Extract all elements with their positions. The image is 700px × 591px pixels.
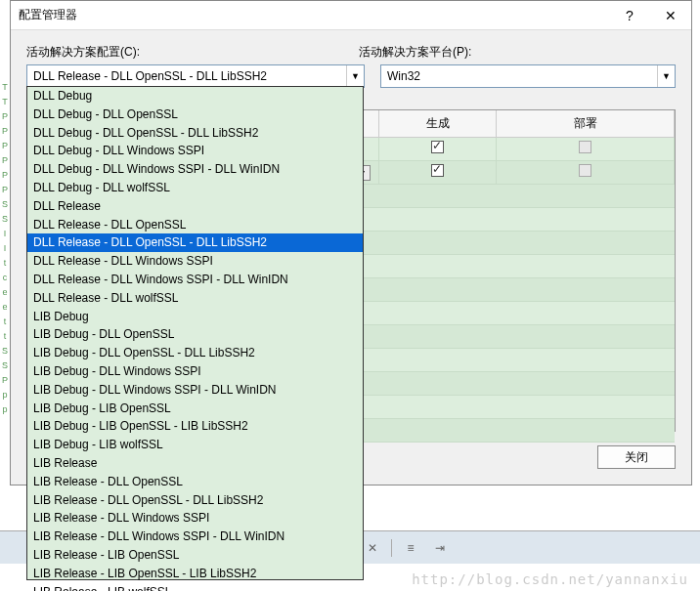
solution-config-value: DLL Release - DLL OpenSSL - DLL LibSSH2 [33,69,346,83]
close-window-button[interactable]: ✕ [650,1,691,30]
cell-deploy [497,161,675,184]
config-option[interactable]: DLL Release - DLL OpenSSL - DLL LibSSH2 [27,233,363,252]
editor-gutter: TTPPPPPPSSIItceettSSPpp [0,80,10,417]
step-icon[interactable]: ⇥ [429,538,451,558]
config-option[interactable]: DLL Debug - DLL wolfSSL [27,179,363,197]
config-option[interactable]: DLL Release - DLL Windows SSPI - DLL Win… [27,271,363,289]
config-option[interactable]: DLL Debug [27,87,363,106]
config-option[interactable]: LIB Release - LIB wolfSSL [27,583,363,591]
solution-config-dropdown: DLL DebugDLL Debug - DLL OpenSSLDLL Debu… [26,86,364,580]
config-option[interactable]: DLL Debug - DLL OpenSSL [27,106,363,124]
column-header-build[interactable]: 生成 [379,110,497,138]
solution-config-combo[interactable]: DLL Release - DLL OpenSSL - DLL LibSSH2 … [26,64,365,88]
chevron-down-icon[interactable]: ▼ [657,65,675,87]
config-option[interactable]: LIB Debug [27,308,363,326]
config-option[interactable]: DLL Release [27,197,363,216]
config-option[interactable]: LIB Release - DLL OpenSSL - DLL LibSSH2 [27,491,363,510]
cell-build[interactable] [379,161,497,184]
solution-platform-label: 活动解决方案平台(P): [359,44,676,61]
dialog-title: 配置管理器 [19,7,609,23]
solution-config-label: 活动解决方案配置(C): [26,44,359,61]
clear-icon[interactable]: ✕ [362,538,383,558]
cell-build[interactable] [379,138,497,160]
config-option[interactable]: LIB Release - DLL OpenSSL [27,473,363,491]
config-option[interactable]: LIB Debug - DLL Windows SSPI [27,362,363,381]
config-option[interactable]: LIB Debug - LIB wolfSSL [27,436,363,454]
list-icon[interactable]: ≡ [400,538,421,558]
config-option[interactable]: DLL Debug - DLL Windows SSPI - DLL WinID… [27,160,363,179]
chevron-down-icon[interactable]: ▼ [346,65,364,87]
watermark: http://blog.csdn.net/yannanxiu [412,571,688,587]
config-option[interactable]: DLL Debug - DLL OpenSSL - DLL LibSSH2 [27,124,363,143]
config-option[interactable]: DLL Release - DLL OpenSSL [27,216,363,234]
solution-platform-combo[interactable]: Win32 ▼ [380,64,676,88]
config-option[interactable]: LIB Debug - LIB OpenSSL [27,400,363,418]
config-option[interactable]: DLL Debug - DLL Windows SSPI [27,142,363,160]
config-option[interactable]: DLL Release - DLL Windows SSPI [27,252,363,271]
cell-deploy [497,138,675,160]
help-button[interactable]: ? [609,1,650,30]
config-option[interactable]: LIB Release - LIB OpenSSL [27,546,363,565]
config-option[interactable]: LIB Release - DLL Windows SSPI - DLL Win… [27,528,363,546]
config-option[interactable]: LIB Release - DLL Windows SSPI [27,509,363,528]
config-option[interactable]: LIB Release [27,454,363,473]
close-button[interactable]: 关闭 [597,445,676,469]
column-header-deploy[interactable]: 部署 [497,110,675,138]
config-option[interactable]: LIB Release - LIB OpenSSL - LIB LibSSH2 [27,565,363,583]
solution-platform-value: Win32 [387,69,657,83]
config-option[interactable]: LIB Debug - DLL OpenSSL [27,325,363,344]
config-option[interactable]: DLL Release - DLL wolfSSL [27,289,363,308]
config-option[interactable]: LIB Debug - LIB OpenSSL - LIB LibSSH2 [27,417,363,436]
titlebar: 配置管理器 ? ✕ [11,1,691,30]
config-option[interactable]: LIB Debug - DLL OpenSSL - DLL LibSSH2 [27,344,363,362]
config-option[interactable]: LIB Debug - DLL Windows SSPI - DLL WinID… [27,381,363,400]
